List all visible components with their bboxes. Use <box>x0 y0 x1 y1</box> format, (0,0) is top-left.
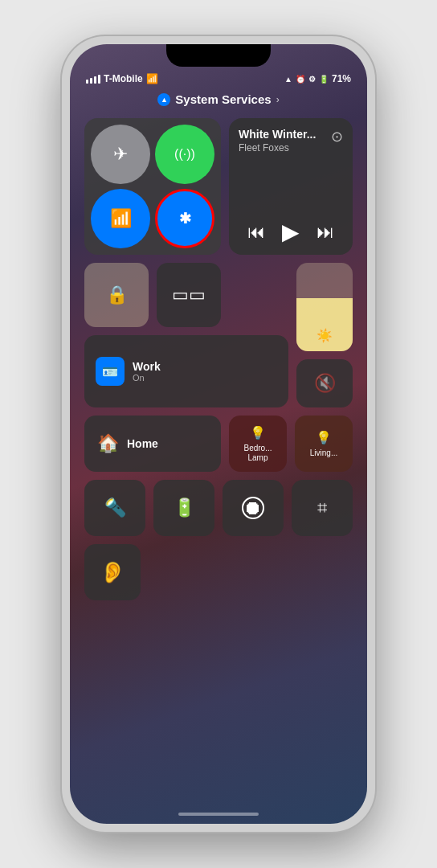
now-playing-controls: ⏮ ▶ ⏭ <box>239 219 343 245</box>
home-icon: 🏠 <box>97 433 119 454</box>
flashlight-button[interactable]: 🔦 <box>84 480 145 536</box>
scene-bedroom-label: Bedro...Lamp <box>243 444 272 463</box>
control-center: ✈ ((·)) 📶 ✱ White Wi <box>84 118 353 776</box>
airplane-icon: ✈ <box>113 144 128 165</box>
flashlight-icon: 🔦 <box>104 497 126 518</box>
phone-frame: T-Mobile 📶 ▲ ⏰ ⚙ 🔋 71% ▲ System Services… <box>62 36 375 832</box>
hearing-icon: 👂 <box>100 560 125 585</box>
home-button[interactable]: 🏠 Home <box>84 416 221 472</box>
status-left: T-Mobile 📶 <box>86 73 158 84</box>
carrier-label: T-Mobile <box>104 73 143 84</box>
top-nav-title: System Services <box>175 92 271 106</box>
location-icon: ▲ <box>157 93 170 106</box>
orientation-lock-button[interactable]: 🔒 <box>84 263 149 327</box>
work-icon: 🪪 <box>96 357 125 386</box>
battery-button[interactable]: 🔋 <box>153 480 214 536</box>
bluetooth-button[interactable]: ✱ <box>155 189 214 248</box>
mute-icon: 🔇 <box>314 373 336 394</box>
airplay-icon[interactable]: ⊙ <box>331 128 343 145</box>
location-status-icon: ▲ <box>284 75 292 84</box>
cellular-icon: ((·)) <box>174 147 195 162</box>
scene-bedroom-button[interactable]: 💡 Bedro...Lamp <box>229 416 287 472</box>
work-tile[interactable]: 🪪 Work On <box>84 335 288 407</box>
scene-living-icon: 💡 <box>316 430 332 445</box>
row-bottom: 🔦 🔋 ⏺ ⌗ <box>84 480 353 536</box>
now-playing-header: White Winter... Fleet Foxes ⊙ <box>239 128 343 154</box>
screen-record-icon: ⏺ <box>242 497 264 519</box>
settings-icon: ⚙ <box>308 75 316 84</box>
wifi-icon: 📶 <box>146 73 158 84</box>
row-top: ✈ ((·)) 📶 ✱ White Wi <box>84 118 353 255</box>
orientation-lock-icon: 🔒 <box>106 285 128 305</box>
status-right: ▲ ⏰ ⚙ 🔋 71% <box>284 73 351 84</box>
airplane-mode-button[interactable]: ✈ <box>91 125 150 184</box>
screen-record-button[interactable]: ⏺ <box>223 480 284 536</box>
next-button[interactable]: ⏭ <box>317 222 334 243</box>
work-subtitle: On <box>133 373 161 383</box>
row-home: 🏠 Home 💡 Bedro...Lamp 💡 Living... <box>84 416 353 472</box>
alarm-icon: ⏰ <box>296 75 305 84</box>
wifi-btn-icon: 📶 <box>110 208 132 229</box>
now-playing-tile[interactable]: White Winter... Fleet Foxes ⊙ ⏮ ▶ ⏭ <box>229 118 353 255</box>
play-button[interactable]: ▶ <box>282 219 300 245</box>
now-playing-info: White Winter... Fleet Foxes <box>239 128 316 154</box>
scene-bedroom-icon: 💡 <box>250 425 266 440</box>
left-col: 🔒 ▭▭ 🪪 Work On <box>84 263 288 407</box>
top-nav-chevron: › <box>276 94 280 105</box>
home-indicator <box>178 813 259 816</box>
brightness-icon: ☀️ <box>317 328 333 343</box>
cellular-button[interactable]: ((·)) <box>155 125 214 184</box>
calculator-icon: ⌗ <box>317 497 327 518</box>
top-nav[interactable]: ▲ System Services › <box>70 92 367 106</box>
battery-percentage: 71% <box>332 73 351 84</box>
work-title: Work <box>133 360 161 373</box>
home-label: Home <box>127 437 158 450</box>
status-bar: T-Mobile 📶 ▲ ⏰ ⚙ 🔋 71% <box>70 70 367 88</box>
row-middle-top: 🔒 ▭▭ <box>84 263 288 327</box>
middle-right-col: ☀️ 🔇 <box>296 263 353 407</box>
signal-bars <box>86 75 100 84</box>
notch <box>166 44 271 67</box>
row-hearing: 👂 <box>84 544 353 600</box>
scene-living-label: Living... <box>310 448 337 458</box>
phone-screen: T-Mobile 📶 ▲ ⏰ ⚙ 🔋 71% ▲ System Services… <box>70 44 367 824</box>
battery-icon-status: 🔋 <box>319 75 329 84</box>
now-playing-track: White Winter... <box>239 128 316 141</box>
work-text: Work On <box>133 360 161 383</box>
previous-button[interactable]: ⏮ <box>247 222 265 243</box>
scene-living-button[interactable]: 💡 Living... <box>295 416 353 472</box>
bluetooth-icon: ✱ <box>179 210 191 227</box>
calculator-button[interactable]: ⌗ <box>292 480 353 536</box>
screen-mirror-icon: ▭▭ <box>172 285 206 305</box>
battery-btn-icon: 🔋 <box>174 497 195 518</box>
middle-section: 🔒 ▭▭ 🪪 Work On <box>84 263 353 407</box>
wifi-button[interactable]: 📶 <box>91 189 150 248</box>
now-playing-artist: Fleet Foxes <box>239 142 316 154</box>
screen-mirror-button[interactable]: ▭▭ <box>157 263 221 327</box>
hearing-button[interactable]: 👂 <box>84 544 141 600</box>
connectivity-tile: ✈ ((·)) 📶 ✱ <box>84 118 221 255</box>
brightness-slider[interactable]: ☀️ <box>296 263 353 351</box>
mute-button[interactable]: 🔇 <box>296 359 353 407</box>
